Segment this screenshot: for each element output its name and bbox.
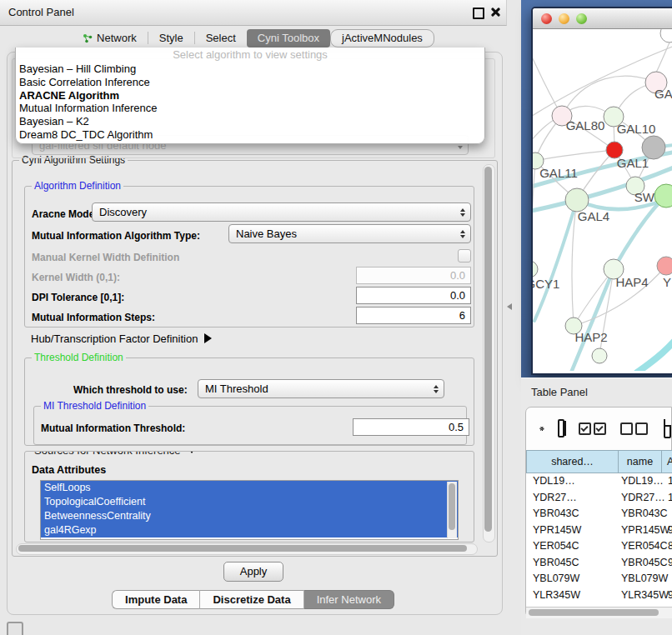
mi-steps-field[interactable]: 6 bbox=[356, 307, 471, 324]
algorithm-option-bayesian-k2[interactable]: Bayesian – K2 bbox=[16, 115, 484, 128]
splitter-collapse-handle[interactable] bbox=[507, 303, 512, 310]
table-header-name[interactable]: name bbox=[618, 450, 661, 473]
tab-style[interactable]: Style bbox=[148, 29, 194, 48]
table-row[interactable]: YER054CYER054C8. bbox=[526, 538, 672, 555]
algorithm-option-aracne-algorithm[interactable]: ARACNE Algorithm bbox=[16, 89, 484, 102]
tab-select[interactable]: Select bbox=[195, 29, 247, 48]
dpi-tolerance-field[interactable]: 0.0 bbox=[356, 287, 471, 304]
kernel-width-label: Kernel Width (0,1): bbox=[32, 272, 120, 283]
mi-algorithm-type-combo[interactable]: Naive Bayes bbox=[228, 224, 471, 243]
gear-icon[interactable] bbox=[539, 421, 544, 437]
kernel-width-field[interactable]: 0.0 bbox=[356, 267, 471, 284]
network-window[interactable]: GALGAL80GAL10GAL1GAL11SWI4GAL4GCY1HAP4YH… bbox=[531, 7, 672, 375]
attribute-item-gal4rgexp[interactable]: gal4RGexp bbox=[41, 523, 458, 538]
tab-label: Select bbox=[206, 32, 236, 44]
settings-vertical-scrollbar[interactable] bbox=[483, 164, 495, 542]
table-panel-section: Table Panel shared…nameA YDL19…YDL19…13Y… bbox=[521, 378, 672, 635]
panel-tab-bar: NetworkStyleSelectCyni ToolboxjActiveMNo… bbox=[0, 28, 506, 48]
collapsed-panel-icon[interactable] bbox=[7, 622, 23, 635]
tab-network[interactable]: Network bbox=[72, 29, 148, 48]
table-cell: YBL079W bbox=[526, 571, 618, 588]
table-cell: YLR345W bbox=[618, 588, 661, 604]
algorithm-option-bayesian-hill-climbing[interactable]: Bayesian – Hill Climbing bbox=[16, 62, 484, 76]
which-threshold-combo[interactable]: MI Threshold bbox=[198, 379, 444, 398]
zoom-window-icon[interactable] bbox=[576, 13, 587, 24]
data-attributes-list: SelfLoopsTopologicalCoefficientBetweenne… bbox=[40, 480, 459, 540]
mi-threshold-definition-group: MI Threshold Definition Mutual Informati… bbox=[33, 406, 467, 445]
close-window-icon[interactable] bbox=[541, 13, 552, 24]
mi-threshold-field[interactable]: 0.5 bbox=[353, 418, 469, 436]
table-row[interactable]: YBL079WYBL079W bbox=[526, 571, 672, 588]
table-toolbar bbox=[526, 408, 671, 449]
which-threshold-label: Which threshold to use: bbox=[73, 384, 188, 396]
aracne-mode-combo[interactable]: Discovery bbox=[92, 202, 471, 222]
bottom-tab-impute-data[interactable]: Impute Data bbox=[112, 590, 199, 609]
manual-kernel-checkbox[interactable] bbox=[458, 249, 471, 262]
deselect-all-columns-icon[interactable] bbox=[620, 422, 648, 435]
table-cell: 9. bbox=[661, 522, 672, 539]
column-browser-icon[interactable] bbox=[558, 419, 565, 438]
network-node-unlabeled[interactable] bbox=[592, 348, 607, 363]
attributes-scrollbar[interactable] bbox=[447, 482, 457, 538]
tab-cyni-toolbox[interactable]: Cyni Toolbox bbox=[247, 29, 330, 48]
float-panel-icon[interactable] bbox=[473, 8, 484, 19]
network-node-gcy1[interactable] bbox=[533, 261, 538, 278]
algorithm-dropdown-placeholder: Select algorithm to view settings bbox=[16, 48, 484, 62]
table-cell: 9. bbox=[661, 555, 672, 572]
new-table-icon[interactable] bbox=[664, 419, 671, 438]
algorithm-option-dream8-dc-tdc-algorithm[interactable]: Dream8 DC_TDC Algorithm bbox=[16, 128, 484, 142]
network-node-label: GAL11 bbox=[539, 166, 578, 180]
network-node-label: GAL1 bbox=[617, 156, 649, 170]
table-row[interactable]: YBR043CYBR043C bbox=[526, 506, 672, 522]
network-node-label: HAP4 bbox=[615, 275, 648, 289]
table-cell: YDL19… bbox=[618, 473, 661, 490]
hub-definition-expander[interactable]: Hub/Transcription Factor Definition bbox=[31, 332, 212, 345]
algorithm-option-basic-correlation-inference[interactable]: Basic Correlation Inference bbox=[16, 76, 484, 89]
table-header-a[interactable]: A bbox=[661, 450, 672, 473]
network-node-unlabeled[interactable] bbox=[660, 29, 672, 42]
network-node-label: GAL4 bbox=[578, 209, 609, 223]
mi-algorithm-type-value: Naive Bayes bbox=[236, 228, 297, 240]
algorithm-dropdown: Select algorithm to view settings Bayesi… bbox=[15, 48, 485, 144]
minimize-window-icon[interactable] bbox=[559, 13, 569, 24]
network-node-label: HAP2 bbox=[574, 330, 607, 344]
table-panel-title: Table Panel bbox=[531, 386, 588, 398]
bottom-tab-discretize-data[interactable]: Discretize Data bbox=[200, 590, 303, 609]
table-row[interactable]: YPR145WYPR145W9. bbox=[526, 522, 672, 539]
table-row[interactable]: YDR27…YDR27…12 bbox=[526, 490, 672, 507]
table-cell bbox=[661, 571, 672, 588]
attribute-item-selfloops[interactable]: SelfLoops bbox=[41, 481, 458, 495]
table-horizontal-scrollbar[interactable] bbox=[526, 607, 672, 618]
attribute-item-topologicalcoefficient[interactable]: TopologicalCoefficient bbox=[41, 495, 458, 509]
control-panel-titlebar: Control Panel bbox=[0, 0, 507, 26]
attribute-item-betweennesscentrality[interactable]: BetweennessCentrality bbox=[41, 509, 458, 523]
dpi-tolerance-label: DPI Tolerance [0,1]: bbox=[32, 292, 124, 303]
select-all-columns-icon[interactable] bbox=[579, 422, 606, 435]
mi-steps-label: Mutual Information Steps: bbox=[32, 312, 155, 323]
table-cell: YBR043C bbox=[618, 506, 661, 522]
bottom-tab-infer-network[interactable]: Infer Network bbox=[304, 590, 394, 609]
close-panel-icon[interactable] bbox=[489, 7, 500, 18]
network-node-y[interactable] bbox=[657, 257, 672, 275]
network-canvas[interactable]: GALGAL80GAL10GAL1GAL11SWI4GAL4GCY1HAP4YH… bbox=[533, 29, 672, 371]
threshold-definition-title: Threshold Definition bbox=[32, 352, 126, 363]
table-row[interactable]: YBR045CYBR045C9. bbox=[526, 555, 672, 572]
settings-horizontal-scrollbar[interactable] bbox=[16, 543, 478, 555]
combo-stepper-icon bbox=[460, 208, 465, 217]
combo-stepper-icon bbox=[460, 230, 465, 238]
table-header-shared[interactable]: shared… bbox=[526, 450, 618, 473]
threshold-definition-group: Threshold Definition Which threshold to … bbox=[24, 358, 474, 446]
sources-title-row[interactable]: Sources for Network Inference bbox=[32, 451, 199, 457]
table-rows: YDL19…YDL19…13YDR27…YDR27…12YBR043CYBR04… bbox=[526, 473, 672, 607]
combo-stepper-icon bbox=[434, 385, 439, 393]
algorithm-option-mutual-information-inference[interactable]: Mutual Information Inference bbox=[16, 102, 484, 115]
network-node-gal4[interactable] bbox=[565, 188, 589, 212]
apply-button[interactable]: Apply bbox=[223, 562, 283, 582]
tab-label: jActiveMNodules bbox=[342, 32, 423, 44]
hub-definition-label: Hub/Transcription Factor Definition bbox=[31, 332, 198, 345]
tab-label: Style bbox=[159, 32, 183, 44]
aracne-mode-label: Aracne Mode: bbox=[32, 208, 98, 220]
table-row[interactable]: YLR345WYLR345W9. bbox=[526, 588, 672, 604]
table-row[interactable]: YDL19…YDL19…13 bbox=[526, 473, 672, 490]
tab-jactivemnodules[interactable]: jActiveMNodules bbox=[330, 29, 434, 48]
